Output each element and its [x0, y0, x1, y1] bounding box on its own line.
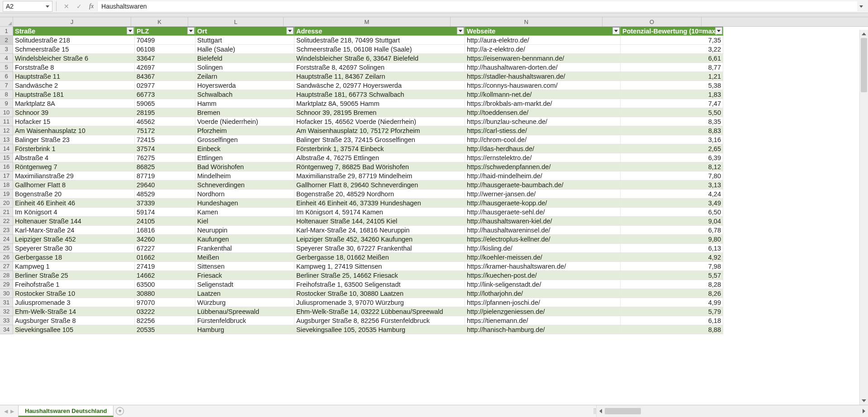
cell-ort[interactable]: Schneverdingen	[195, 180, 294, 190]
cell-adresse[interactable]: Bogenstraße 20, 48529 Nordhorn	[294, 190, 465, 199]
cell-adresse[interactable]: Marktplatz 8A, 59065 Hamm	[294, 99, 465, 108]
row-header[interactable]: 2	[0, 36, 13, 45]
cell-strasse[interactable]: Windelsbleicher Straße 6	[13, 54, 135, 63]
cell-ort[interactable]: Friesack	[195, 271, 294, 280]
cell-ort[interactable]: Voerde (Niederrhein)	[195, 117, 294, 126]
cell-adresse[interactable]: Albstraße 4, 76275 Ettlingen	[294, 153, 465, 162]
cell-plz[interactable]: 63500	[135, 280, 195, 289]
fx-icon[interactable]: fx	[89, 3, 94, 10]
cell-potenzial[interactable]: 4,24	[621, 190, 723, 199]
cell-potenzial[interactable]: 6,61	[621, 54, 723, 63]
cell-potenzial[interactable]: 8,26	[621, 289, 723, 298]
cell-webseite[interactable]: https://kuechen-post.de/	[465, 271, 621, 280]
cell-ort[interactable]: Würzburg	[195, 298, 294, 307]
cell-ort[interactable]: Kamen	[195, 208, 294, 217]
row-header[interactable]: 5	[0, 63, 13, 72]
row-header[interactable]: 20	[0, 199, 13, 208]
row-header[interactable]: 27	[0, 262, 13, 271]
cell-ort[interactable]: Neuruppin	[195, 226, 294, 235]
cell-plz[interactable]: 87719	[135, 171, 195, 180]
cell-webseite[interactable]: http://link-seligenstadt.de/	[465, 280, 621, 289]
cell-adresse[interactable]: Försterbrink 1, 37574 Einbeck	[294, 144, 465, 153]
cell-webseite[interactable]: http://haushaltswaren-kiel.de/	[465, 217, 621, 226]
scroll-track[interactable]	[605, 408, 860, 414]
cell-strasse[interactable]: Rostocker Straße 10	[13, 289, 135, 298]
cell-plz[interactable]: 02977	[135, 81, 195, 90]
row-header[interactable]: 31	[0, 298, 13, 307]
cell-ort[interactable]: Hamburg	[195, 325, 294, 334]
cell-adresse[interactable]: Karl-Marx-Straße 24, 16816 Neuruppin	[294, 226, 465, 235]
cell-potenzial[interactable]: 5,50	[621, 108, 723, 117]
cell-adresse[interactable]: Hofacker 15, 46562 Voerde (Niederrhein)	[294, 117, 465, 126]
name-box[interactable]: A2	[3, 1, 52, 12]
cell-ort[interactable]: Bremen	[195, 108, 294, 117]
row-header[interactable]: 23	[0, 226, 13, 235]
cell-webseite[interactable]: https://tienemann.de/	[465, 316, 621, 325]
cell-ort[interactable]: Halle (Saale)	[195, 45, 294, 54]
cell-plz[interactable]: 16816	[135, 226, 195, 235]
cell-potenzial[interactable]: 6,13	[621, 244, 723, 253]
cell-ort[interactable]: Kaufungen	[195, 235, 294, 244]
cell-plz[interactable]: 86825	[135, 162, 195, 171]
cell-plz[interactable]: 84367	[135, 72, 195, 81]
cell-strasse[interactable]: Berliner Straße 25	[13, 271, 135, 280]
row-header[interactable]: 25	[0, 244, 13, 253]
cell-plz[interactable]: 37339	[135, 199, 195, 208]
cell-strasse[interactable]: Juliuspromenade 3	[13, 298, 135, 307]
cell-strasse[interactable]: Forststraße 8	[13, 63, 135, 72]
scroll-left-button[interactable]	[597, 405, 605, 417]
row-header[interactable]: 14	[0, 144, 13, 153]
cell-webseite[interactable]: http://aura-elektro.de/	[465, 36, 621, 45]
cell-potenzial[interactable]: 7,35	[621, 36, 723, 45]
cell-webseite[interactable]: http://hausgeraete-sehl.de/	[465, 208, 621, 217]
cell-adresse[interactable]: Maximilianstraße 29, 87719 Mindelheim	[294, 171, 465, 180]
cell-potenzial[interactable]: 6,78	[621, 226, 723, 235]
cell-potenzial[interactable]: 7,47	[621, 99, 723, 108]
cell-webseite[interactable]: http://hausgeraete-kopp.de/	[465, 199, 621, 208]
expand-formula-bar[interactable]	[857, 5, 868, 8]
cell-webseite[interactable]: http://chrom-cool.de/	[465, 135, 621, 144]
row-header[interactable]: 13	[0, 135, 13, 144]
cell-strasse[interactable]: Gerbergasse 18	[13, 253, 135, 262]
cell-ort[interactable]: Hundeshagen	[195, 199, 294, 208]
cell-potenzial[interactable]: 7,98	[621, 262, 723, 271]
cell-adresse[interactable]: Schnoor 39, 28195 Bremen	[294, 108, 465, 117]
cell-ort[interactable]: Einbeck	[195, 144, 294, 153]
cell-webseite[interactable]: http://koehler-meissen.de/	[465, 253, 621, 262]
cell-adresse[interactable]: Hauptstraße 11, 84367 Zeilarn	[294, 72, 465, 81]
cell-ort[interactable]: Fürstenfeldbruck	[195, 316, 294, 325]
cell-potenzial[interactable]: 7,80	[621, 171, 723, 180]
row-header[interactable]: 10	[0, 108, 13, 117]
tab-first-icon[interactable]: ◀	[4, 408, 8, 414]
cell-potenzial[interactable]: 9,80	[621, 235, 723, 244]
cell-webseite[interactable]: http://pielenzgeniessen.de/	[465, 307, 621, 316]
cell-ort[interactable]: Mindelheim	[195, 171, 294, 180]
cell-ort[interactable]: Solingen	[195, 63, 294, 72]
cell-strasse[interactable]: Im Königsort 4	[13, 208, 135, 217]
cell-webseite[interactable]: https://pfannen-joschi.de/	[465, 298, 621, 307]
cell-plz[interactable]: 82256	[135, 316, 195, 325]
cell-webseite[interactable]: http://werner-jansen.de/	[465, 190, 621, 199]
cell-potenzial[interactable]: 8,88	[621, 325, 723, 334]
cell-strasse[interactable]: Speyerer Straße 30	[13, 244, 135, 253]
cell-adresse[interactable]: Am Waisenhausplatz 10, 75172 Pforzheim	[294, 126, 465, 135]
cell-ort[interactable]: Schwalbach	[195, 90, 294, 99]
cell-adresse[interactable]: Holtenauer Straße 144, 24105 Kiel	[294, 217, 465, 226]
cell-strasse[interactable]: Hofacker 15	[13, 117, 135, 126]
cell-strasse[interactable]: Holtenauer Straße 144	[13, 217, 135, 226]
row-header[interactable]: 33	[0, 316, 13, 325]
column-header-N[interactable]: N	[451, 17, 602, 26]
cell-plz[interactable]: 66773	[135, 90, 195, 99]
row-header[interactable]: 8	[0, 90, 13, 99]
row-header[interactable]: 1	[0, 27, 13, 36]
cell-strasse[interactable]: Einheit 46 Einheit 46	[13, 199, 135, 208]
cell-ort[interactable]: Kiel	[195, 217, 294, 226]
cell-ort[interactable]: Ettlingen	[195, 153, 294, 162]
cell-plz[interactable]: 28195	[135, 108, 195, 117]
cell-webseite[interactable]: http://toeddensen.de/	[465, 108, 621, 117]
row-header[interactable]: 15	[0, 153, 13, 162]
cell-strasse[interactable]: Kampweg 1	[13, 262, 135, 271]
cell-adresse[interactable]: Freihofstraße 1, 63500 Seligenstadt	[294, 280, 465, 289]
filter-button[interactable]	[127, 27, 134, 34]
cell-plz[interactable]: 20535	[135, 325, 195, 334]
